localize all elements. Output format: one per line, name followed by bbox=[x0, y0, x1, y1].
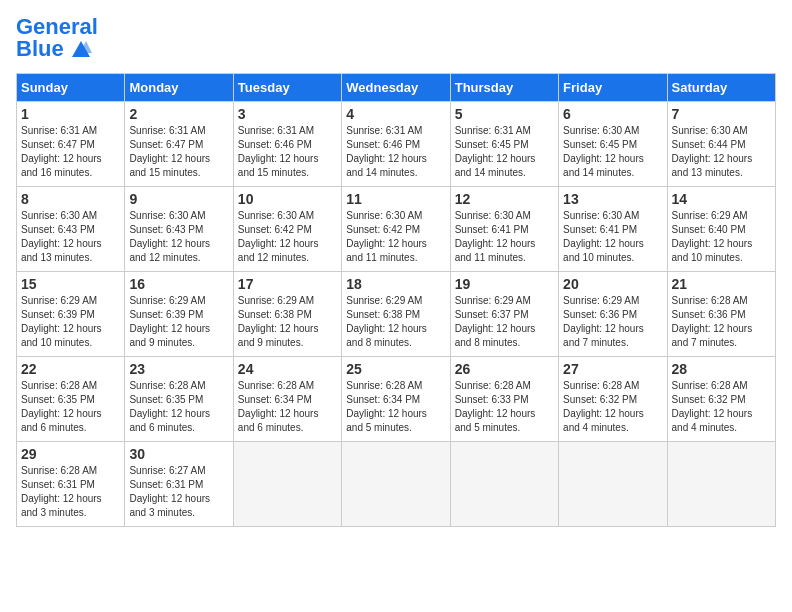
calendar-cell: 4Sunrise: 6:31 AMSunset: 6:46 PMDaylight… bbox=[342, 102, 450, 187]
day-number: 20 bbox=[563, 276, 662, 292]
calendar-cell: 12Sunrise: 6:30 AMSunset: 6:41 PMDayligh… bbox=[450, 187, 558, 272]
calendar-cell: 28Sunrise: 6:28 AMSunset: 6:32 PMDayligh… bbox=[667, 357, 775, 442]
calendar-cell: 5Sunrise: 6:31 AMSunset: 6:45 PMDaylight… bbox=[450, 102, 558, 187]
day-info: Sunrise: 6:31 AMSunset: 6:45 PMDaylight:… bbox=[455, 124, 554, 180]
day-number: 21 bbox=[672, 276, 771, 292]
calendar-cell: 6Sunrise: 6:30 AMSunset: 6:45 PMDaylight… bbox=[559, 102, 667, 187]
calendar-cell: 9Sunrise: 6:30 AMSunset: 6:43 PMDaylight… bbox=[125, 187, 233, 272]
calendar-cell: 14Sunrise: 6:29 AMSunset: 6:40 PMDayligh… bbox=[667, 187, 775, 272]
calendar-cell: 3Sunrise: 6:31 AMSunset: 6:46 PMDaylight… bbox=[233, 102, 341, 187]
day-header-friday: Friday bbox=[559, 74, 667, 102]
day-number: 18 bbox=[346, 276, 445, 292]
day-number: 25 bbox=[346, 361, 445, 377]
calendar-cell: 17Sunrise: 6:29 AMSunset: 6:38 PMDayligh… bbox=[233, 272, 341, 357]
calendar-cell: 15Sunrise: 6:29 AMSunset: 6:39 PMDayligh… bbox=[17, 272, 125, 357]
day-header-sunday: Sunday bbox=[17, 74, 125, 102]
day-info: Sunrise: 6:29 AMSunset: 6:37 PMDaylight:… bbox=[455, 294, 554, 350]
calendar-cell: 18Sunrise: 6:29 AMSunset: 6:38 PMDayligh… bbox=[342, 272, 450, 357]
logo: General Blue bbox=[16, 16, 98, 61]
calendar-cell: 21Sunrise: 6:28 AMSunset: 6:36 PMDayligh… bbox=[667, 272, 775, 357]
calendar-cell: 13Sunrise: 6:30 AMSunset: 6:41 PMDayligh… bbox=[559, 187, 667, 272]
day-number: 7 bbox=[672, 106, 771, 122]
calendar-week-1: 1Sunrise: 6:31 AMSunset: 6:47 PMDaylight… bbox=[17, 102, 776, 187]
page-header: General Blue bbox=[16, 16, 776, 61]
day-number: 4 bbox=[346, 106, 445, 122]
day-info: Sunrise: 6:28 AMSunset: 6:33 PMDaylight:… bbox=[455, 379, 554, 435]
calendar-cell bbox=[667, 442, 775, 527]
day-number: 24 bbox=[238, 361, 337, 377]
day-info: Sunrise: 6:29 AMSunset: 6:39 PMDaylight:… bbox=[21, 294, 120, 350]
calendar-cell: 30Sunrise: 6:27 AMSunset: 6:31 PMDayligh… bbox=[125, 442, 233, 527]
calendar-cell: 25Sunrise: 6:28 AMSunset: 6:34 PMDayligh… bbox=[342, 357, 450, 442]
day-number: 10 bbox=[238, 191, 337, 207]
day-number: 19 bbox=[455, 276, 554, 292]
calendar-cell bbox=[450, 442, 558, 527]
calendar-cell: 8Sunrise: 6:30 AMSunset: 6:43 PMDaylight… bbox=[17, 187, 125, 272]
calendar-cell: 2Sunrise: 6:31 AMSunset: 6:47 PMDaylight… bbox=[125, 102, 233, 187]
calendar-cell: 29Sunrise: 6:28 AMSunset: 6:31 PMDayligh… bbox=[17, 442, 125, 527]
calendar-table: SundayMondayTuesdayWednesdayThursdayFrid… bbox=[16, 73, 776, 527]
logo-icon bbox=[70, 39, 92, 61]
day-number: 27 bbox=[563, 361, 662, 377]
calendar-cell: 16Sunrise: 6:29 AMSunset: 6:39 PMDayligh… bbox=[125, 272, 233, 357]
day-number: 12 bbox=[455, 191, 554, 207]
day-info: Sunrise: 6:28 AMSunset: 6:36 PMDaylight:… bbox=[672, 294, 771, 350]
day-header-tuesday: Tuesday bbox=[233, 74, 341, 102]
day-info: Sunrise: 6:28 AMSunset: 6:35 PMDaylight:… bbox=[21, 379, 120, 435]
day-info: Sunrise: 6:27 AMSunset: 6:31 PMDaylight:… bbox=[129, 464, 228, 520]
day-number: 17 bbox=[238, 276, 337, 292]
day-number: 1 bbox=[21, 106, 120, 122]
day-info: Sunrise: 6:29 AMSunset: 6:38 PMDaylight:… bbox=[346, 294, 445, 350]
calendar-cell bbox=[559, 442, 667, 527]
day-number: 23 bbox=[129, 361, 228, 377]
calendar-cell: 24Sunrise: 6:28 AMSunset: 6:34 PMDayligh… bbox=[233, 357, 341, 442]
calendar-cell: 27Sunrise: 6:28 AMSunset: 6:32 PMDayligh… bbox=[559, 357, 667, 442]
calendar-cell: 19Sunrise: 6:29 AMSunset: 6:37 PMDayligh… bbox=[450, 272, 558, 357]
day-number: 2 bbox=[129, 106, 228, 122]
day-info: Sunrise: 6:29 AMSunset: 6:39 PMDaylight:… bbox=[129, 294, 228, 350]
day-info: Sunrise: 6:28 AMSunset: 6:34 PMDaylight:… bbox=[238, 379, 337, 435]
day-info: Sunrise: 6:31 AMSunset: 6:47 PMDaylight:… bbox=[21, 124, 120, 180]
day-number: 28 bbox=[672, 361, 771, 377]
logo-text: General bbox=[16, 16, 98, 38]
day-info: Sunrise: 6:31 AMSunset: 6:46 PMDaylight:… bbox=[238, 124, 337, 180]
day-info: Sunrise: 6:30 AMSunset: 6:43 PMDaylight:… bbox=[129, 209, 228, 265]
calendar-cell: 23Sunrise: 6:28 AMSunset: 6:35 PMDayligh… bbox=[125, 357, 233, 442]
day-number: 8 bbox=[21, 191, 120, 207]
calendar-week-2: 8Sunrise: 6:30 AMSunset: 6:43 PMDaylight… bbox=[17, 187, 776, 272]
day-number: 9 bbox=[129, 191, 228, 207]
day-info: Sunrise: 6:30 AMSunset: 6:41 PMDaylight:… bbox=[563, 209, 662, 265]
logo-blue-text: Blue bbox=[16, 38, 98, 61]
day-number: 29 bbox=[21, 446, 120, 462]
day-info: Sunrise: 6:28 AMSunset: 6:31 PMDaylight:… bbox=[21, 464, 120, 520]
calendar-cell: 26Sunrise: 6:28 AMSunset: 6:33 PMDayligh… bbox=[450, 357, 558, 442]
calendar-cell: 22Sunrise: 6:28 AMSunset: 6:35 PMDayligh… bbox=[17, 357, 125, 442]
day-number: 14 bbox=[672, 191, 771, 207]
day-number: 16 bbox=[129, 276, 228, 292]
day-number: 11 bbox=[346, 191, 445, 207]
day-header-saturday: Saturday bbox=[667, 74, 775, 102]
calendar-cell bbox=[342, 442, 450, 527]
day-info: Sunrise: 6:30 AMSunset: 6:41 PMDaylight:… bbox=[455, 209, 554, 265]
calendar-week-3: 15Sunrise: 6:29 AMSunset: 6:39 PMDayligh… bbox=[17, 272, 776, 357]
day-number: 22 bbox=[21, 361, 120, 377]
day-info: Sunrise: 6:28 AMSunset: 6:32 PMDaylight:… bbox=[672, 379, 771, 435]
day-info: Sunrise: 6:28 AMSunset: 6:35 PMDaylight:… bbox=[129, 379, 228, 435]
day-header-thursday: Thursday bbox=[450, 74, 558, 102]
calendar-header-row: SundayMondayTuesdayWednesdayThursdayFrid… bbox=[17, 74, 776, 102]
day-number: 13 bbox=[563, 191, 662, 207]
calendar-cell: 1Sunrise: 6:31 AMSunset: 6:47 PMDaylight… bbox=[17, 102, 125, 187]
day-info: Sunrise: 6:30 AMSunset: 6:44 PMDaylight:… bbox=[672, 124, 771, 180]
day-header-monday: Monday bbox=[125, 74, 233, 102]
day-info: Sunrise: 6:30 AMSunset: 6:43 PMDaylight:… bbox=[21, 209, 120, 265]
day-number: 3 bbox=[238, 106, 337, 122]
calendar-cell bbox=[233, 442, 341, 527]
calendar-week-5: 29Sunrise: 6:28 AMSunset: 6:31 PMDayligh… bbox=[17, 442, 776, 527]
day-info: Sunrise: 6:30 AMSunset: 6:42 PMDaylight:… bbox=[238, 209, 337, 265]
calendar-cell: 7Sunrise: 6:30 AMSunset: 6:44 PMDaylight… bbox=[667, 102, 775, 187]
calendar-week-4: 22Sunrise: 6:28 AMSunset: 6:35 PMDayligh… bbox=[17, 357, 776, 442]
day-number: 15 bbox=[21, 276, 120, 292]
day-number: 30 bbox=[129, 446, 228, 462]
calendar-cell: 20Sunrise: 6:29 AMSunset: 6:36 PMDayligh… bbox=[559, 272, 667, 357]
day-info: Sunrise: 6:31 AMSunset: 6:47 PMDaylight:… bbox=[129, 124, 228, 180]
